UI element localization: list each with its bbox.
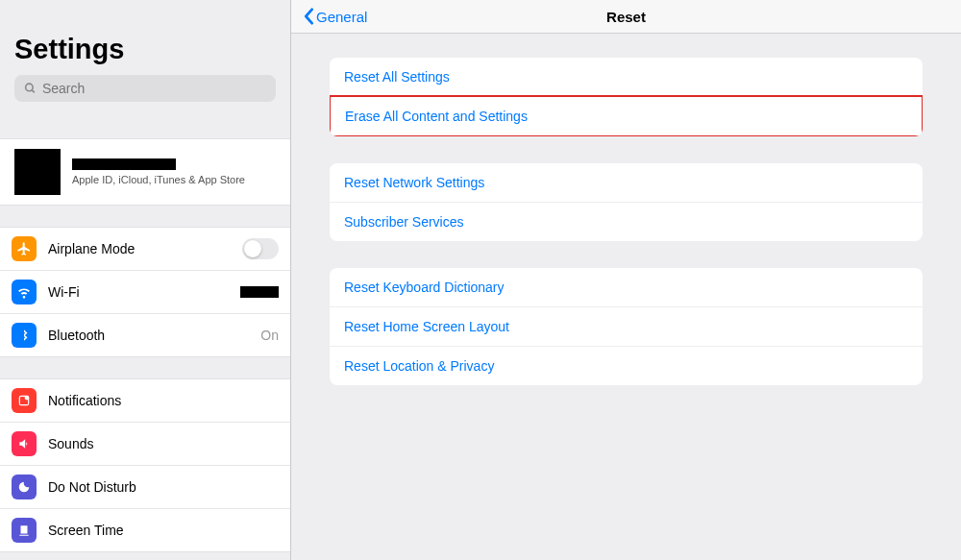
settings-sidebar: Settings Apple ID, iCloud, iTunes & App … (0, 0, 291, 560)
account-row[interactable]: Apple ID, iCloud, iTunes & App Store (0, 139, 290, 205)
reset-all-settings[interactable]: Reset All Settings (330, 58, 923, 96)
airplane-icon (12, 236, 37, 261)
chevron-left-icon (303, 8, 314, 25)
account-group: Apple ID, iCloud, iTunes & App Store (0, 138, 290, 206)
search-input[interactable] (14, 75, 276, 102)
svg-line-1 (32, 90, 35, 93)
sidebar-item-sounds[interactable]: Sounds (0, 422, 290, 465)
erase-all-content[interactable]: Erase All Content and Settings (330, 95, 923, 136)
account-text: Apple ID, iCloud, iTunes & App Store (72, 158, 245, 185)
account-name-redacted (72, 158, 176, 170)
sidebar-item-bluetooth[interactable]: Bluetooth On (0, 313, 290, 356)
notifications-icon (12, 388, 37, 413)
sounds-label: Sounds (48, 436, 279, 451)
airplane-label: Airplane Mode (48, 241, 231, 256)
alerts-group: Notifications Sounds Do Not Disturb Scre… (0, 378, 290, 552)
sidebar-item-dnd[interactable]: Do Not Disturb (0, 465, 290, 508)
wifi-icon (12, 280, 37, 304)
sidebar-item-airplane[interactable]: Airplane Mode (0, 228, 290, 270)
sidebar-header: Settings (0, 0, 290, 110)
account-subtitle: Apple ID, iCloud, iTunes & App Store (72, 174, 245, 185)
subscriber-services[interactable]: Subscriber Services (330, 202, 923, 241)
sidebar-item-screentime[interactable]: Screen Time (0, 508, 290, 551)
screentime-label: Screen Time (48, 523, 279, 538)
dnd-label: Do Not Disturb (48, 479, 279, 495)
bluetooth-icon (12, 323, 37, 348)
reset-group-1: Reset All Settings Erase All Content and… (330, 58, 923, 136)
reset-content: Reset All Settings Erase All Content and… (291, 34, 961, 560)
avatar (14, 149, 61, 195)
search-field[interactable] (42, 81, 266, 96)
reset-location-privacy[interactable]: Reset Location & Privacy (330, 346, 923, 385)
dnd-icon (12, 475, 37, 499)
search-icon (24, 82, 37, 95)
sidebar-item-wifi[interactable]: Wi-Fi (0, 270, 290, 313)
notifications-label: Notifications (48, 393, 279, 408)
bluetooth-value: On (260, 328, 279, 343)
reset-group-3: Reset Keyboard Dictionary Reset Home Scr… (330, 268, 923, 385)
page-title: Settings (14, 34, 276, 65)
svg-point-3 (25, 396, 30, 401)
airplane-toggle[interactable] (242, 238, 279, 259)
reset-home-screen[interactable]: Reset Home Screen Layout (330, 306, 923, 346)
main-pane: General Reset Reset All Settings Erase A… (291, 0, 961, 560)
reset-group-2: Reset Network Settings Subscriber Servic… (330, 163, 923, 241)
connectivity-group: Airplane Mode Wi-Fi Bluetooth On (0, 227, 290, 357)
reset-network[interactable]: Reset Network Settings (330, 163, 923, 202)
screentime-icon (12, 518, 37, 543)
wifi-value-redacted (240, 286, 279, 298)
reset-keyboard[interactable]: Reset Keyboard Dictionary (330, 268, 923, 306)
sidebar-item-notifications[interactable]: Notifications (0, 379, 290, 422)
back-button[interactable]: General (303, 8, 367, 25)
svg-point-0 (26, 84, 34, 91)
wifi-label: Wi-Fi (48, 284, 229, 300)
nav-title: Reset (606, 9, 646, 25)
sounds-icon (12, 431, 37, 456)
back-label: General (316, 9, 367, 25)
nav-bar: General Reset (291, 0, 961, 34)
bluetooth-label: Bluetooth (48, 328, 249, 343)
